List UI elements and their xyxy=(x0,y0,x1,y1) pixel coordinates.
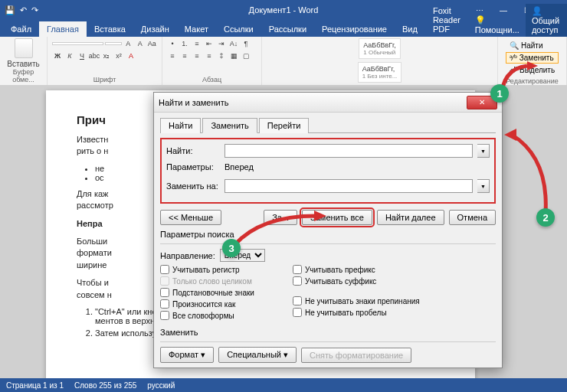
tab-file[interactable]: Файл xyxy=(3,21,39,37)
search-icon: 🔍 xyxy=(510,41,519,50)
paste-icon[interactable] xyxy=(15,38,33,58)
underline-button[interactable]: Ч xyxy=(77,51,87,61)
params-label: Параметры: xyxy=(166,162,220,172)
shrink-font-icon[interactable]: A xyxy=(135,38,145,49)
dialog-title: Найти и заменить xyxy=(159,98,228,107)
paragraph-group-label: Абзац xyxy=(167,76,257,83)
find-button[interactable]: 🔍Найти xyxy=(506,40,559,51)
find-replace-dialog: Найти и заменить ✕ Найти Заменить Перейт… xyxy=(153,92,503,368)
status-lang[interactable]: русский xyxy=(147,381,175,390)
share-button[interactable]: 👤 Общий доступ xyxy=(526,4,567,37)
bold-button[interactable]: Ж xyxy=(52,51,63,61)
bullets-icon[interactable]: • xyxy=(167,38,178,49)
ribbon: Вставить Буфер обме... A A Aa Ж К Ч abc … xyxy=(0,37,567,86)
chk-wildcards[interactable] xyxy=(160,288,169,297)
redo-icon[interactable]: ↷ xyxy=(31,5,38,15)
chk-prefix[interactable] xyxy=(293,265,302,274)
line-spacing-icon[interactable]: ‡ xyxy=(216,51,227,61)
format-button[interactable]: Формат ▾ xyxy=(160,347,214,363)
borders-icon[interactable]: ▢ xyxy=(241,51,251,61)
find-label: Найти: xyxy=(166,146,220,155)
find-dropdown-icon[interactable]: ▼ xyxy=(477,144,490,158)
highlighted-inputs: Найти: ▼ Параметры: Вперед Заменить на: … xyxy=(160,138,496,204)
tab-design[interactable]: Дизайн xyxy=(133,21,177,37)
numbering-icon[interactable]: 1. xyxy=(179,38,190,49)
tab-references[interactable]: Ссылки xyxy=(216,21,261,37)
editing-group-label: Редактирование xyxy=(503,77,562,85)
direction-label: Направление: xyxy=(160,251,215,260)
chk-case[interactable] xyxy=(160,265,169,274)
justify-icon[interactable]: ≡ xyxy=(204,51,215,61)
style-normal[interactable]: АаБбВвГг,1 Обычный xyxy=(359,38,401,59)
align-left-icon[interactable]: ≡ xyxy=(167,51,178,61)
dialog-titlebar[interactable]: Найти и заменить ✕ xyxy=(154,93,502,113)
change-case-icon[interactable]: Aa xyxy=(147,38,157,49)
search-params-label: Параметры поиска xyxy=(160,230,496,239)
replace-icon: ᵃ⁄ᵇ xyxy=(510,54,517,62)
chk-forms[interactable] xyxy=(160,311,169,320)
help-button[interactable]: 💡 Помощни... xyxy=(469,13,526,37)
subscript-icon[interactable]: x₂ xyxy=(101,51,112,61)
align-center-icon[interactable]: ≡ xyxy=(179,51,190,61)
chk-punct[interactable] xyxy=(293,296,302,305)
shading-icon[interactable]: ▦ xyxy=(228,51,239,61)
params-value: Вперед xyxy=(225,162,254,172)
replace-label: Заменить на: xyxy=(166,181,220,191)
status-page[interactable]: Страница 1 из 1 xyxy=(6,381,64,390)
font-color-icon[interactable]: A xyxy=(126,51,136,61)
grow-font-icon[interactable]: A xyxy=(123,38,133,49)
chk-space[interactable] xyxy=(293,308,302,317)
replace-dropdown-icon[interactable]: ▼ xyxy=(477,179,490,193)
tab-home[interactable]: Главная xyxy=(39,21,87,37)
font-family-select[interactable] xyxy=(52,42,103,45)
tab-review[interactable]: Рецензирование xyxy=(314,21,395,37)
noformat-button: Снять форматирование xyxy=(301,348,411,363)
replace-once-button[interactable]: За... xyxy=(264,210,297,225)
dialog-tab-goto[interactable]: Перейти xyxy=(259,118,310,133)
select-button[interactable]: ⮰Выделить xyxy=(506,64,559,76)
callout-3: 3 xyxy=(222,239,241,257)
replace-all-button[interactable]: Заменить все xyxy=(302,210,372,225)
style-nospacing[interactable]: АаБбВвГг,1 Без инте... xyxy=(358,62,402,83)
chk-whole xyxy=(160,276,169,286)
cancel-button[interactable]: Отмена xyxy=(449,210,496,225)
callout-2: 2 xyxy=(536,208,555,227)
ribbon-tabs: Файл Главная Вставка Дизайн Макет Ссылки… xyxy=(0,20,567,37)
paste-button[interactable]: Вставить xyxy=(7,60,39,68)
save-icon[interactable]: 💾 xyxy=(5,5,15,15)
undo-icon[interactable]: ↶ xyxy=(20,5,27,15)
sort-icon[interactable]: A↓ xyxy=(228,38,239,49)
chk-suffix[interactable] xyxy=(293,276,302,286)
font-size-select[interactable] xyxy=(105,42,121,45)
tab-layout[interactable]: Макет xyxy=(177,21,216,37)
tab-view[interactable]: Вид xyxy=(395,21,425,37)
status-words[interactable]: Слово 255 из 255 xyxy=(74,381,136,390)
dialog-tab-find[interactable]: Найти xyxy=(160,118,201,133)
find-input[interactable] xyxy=(225,144,473,158)
special-button[interactable]: Специальный ▾ xyxy=(218,347,297,363)
find-next-button[interactable]: Найти далее xyxy=(377,210,444,225)
align-right-icon[interactable]: ≡ xyxy=(192,51,202,61)
tab-foxit[interactable]: Foxit Reader PDF xyxy=(425,3,469,37)
status-bar: Страница 1 из 1 Слово 255 из 255 русский xyxy=(0,378,567,392)
show-marks-icon[interactable]: ¶ xyxy=(241,38,251,49)
tab-mailings[interactable]: Рассылки xyxy=(261,21,314,37)
replace-button[interactable]: ᵃ⁄ᵇЗаменить xyxy=(506,52,559,64)
chk-sounds[interactable] xyxy=(160,299,169,309)
strikethrough-icon[interactable]: abc xyxy=(89,51,100,61)
multilevel-icon[interactable]: ≡ xyxy=(192,38,202,49)
italic-button[interactable]: К xyxy=(64,51,75,61)
decrease-indent-icon[interactable]: ⇤ xyxy=(204,38,215,49)
replace-section-label: Заменить xyxy=(160,328,496,337)
replace-input[interactable] xyxy=(225,179,473,193)
dialog-tabs: Найти Заменить Перейти xyxy=(160,117,496,133)
dialog-tab-replace[interactable]: Заменить xyxy=(202,118,257,133)
cursor-icon: ⮰ xyxy=(510,66,517,74)
less-button[interactable]: << Меньше xyxy=(160,210,221,225)
callout-1: 1 xyxy=(490,84,509,103)
window-title: Документ1 - Word xyxy=(249,5,319,15)
clipboard-group-label: Буфер обме... xyxy=(5,68,42,83)
increase-indent-icon[interactable]: ⇥ xyxy=(216,38,227,49)
superscript-icon[interactable]: x² xyxy=(113,51,124,61)
tab-insert[interactable]: Вставка xyxy=(87,21,133,37)
